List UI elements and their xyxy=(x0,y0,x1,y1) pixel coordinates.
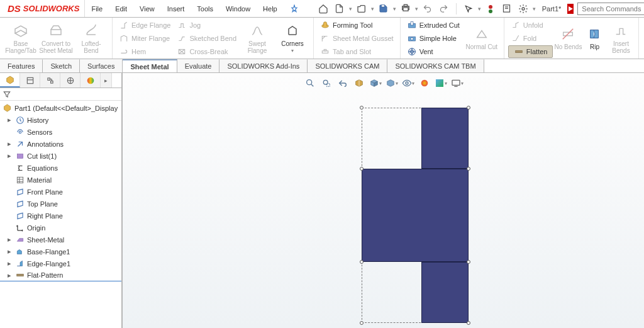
corners-button[interactable]: Corners ▾ xyxy=(275,18,309,59)
undo-button[interactable] xyxy=(421,2,435,16)
home-button[interactable] xyxy=(316,2,330,16)
tree-item[interactable]: Origin xyxy=(0,222,121,234)
select-button[interactable] xyxy=(462,2,475,16)
tree-item[interactable]: ▸Base-Flange1 xyxy=(0,246,121,257)
open-dropdown-icon[interactable]: ▾ xyxy=(371,6,374,12)
tree-item[interactable]: ▸Sheet-Metal xyxy=(0,234,121,246)
face-bottom[interactable] xyxy=(421,262,469,323)
panel-tab-display-manager[interactable] xyxy=(80,73,101,88)
tab-sketch[interactable]: Sketch xyxy=(43,59,80,72)
expand-icon[interactable]: ▸ xyxy=(6,237,13,243)
jog-button[interactable]: Jog xyxy=(174,19,239,31)
filter-icon[interactable] xyxy=(3,90,11,99)
menu-edit[interactable]: Edit xyxy=(109,0,133,17)
tab-and-slot-button[interactable]: Tab and Slot xyxy=(318,45,396,58)
menu-help[interactable]: Help xyxy=(257,0,284,17)
menu-insert[interactable]: Insert xyxy=(161,0,191,17)
tab-surfaces[interactable]: Surfaces xyxy=(80,59,123,72)
rip-button[interactable]: Rip xyxy=(583,18,606,59)
base-flange-button[interactable]: Base Flange/Tab xyxy=(4,18,38,59)
flatten-button[interactable]: Flatten xyxy=(508,45,553,58)
simple-hole-button[interactable]: Simple Hole xyxy=(404,32,462,45)
zoom-to-fit-button[interactable] xyxy=(303,77,317,89)
panel-tab-feature-tree[interactable] xyxy=(0,73,20,88)
tab-sheet-metal[interactable]: Sheet Metal xyxy=(123,59,177,72)
miter-flange-button[interactable]: Miter Flange xyxy=(116,32,173,45)
edge-flange-button[interactable]: Edge Flange xyxy=(116,19,173,31)
tree-root[interactable]: Part1 (Default<<Default>_Display State 1… xyxy=(0,102,121,114)
handle[interactable] xyxy=(360,321,364,325)
print-dropdown-icon[interactable]: ▾ xyxy=(415,6,418,12)
insert-bends-button[interactable]: Insert Bends xyxy=(607,18,635,59)
menu-file[interactable]: File xyxy=(85,0,109,17)
handle[interactable] xyxy=(467,260,470,264)
view-orientation-button[interactable]: ▾ xyxy=(369,77,382,89)
display-style-button[interactable]: ▾ xyxy=(385,77,399,89)
extruded-cut-button[interactable]: Extruded Cut xyxy=(404,19,462,31)
screencast-icon[interactable] xyxy=(567,4,574,14)
tab-solidworks-cam[interactable]: SOLIDWORKS CAM xyxy=(308,59,387,72)
file-properties-button[interactable] xyxy=(500,2,514,16)
sheet-metal-gusset-button[interactable]: Sheet Metal Gusset xyxy=(318,32,396,45)
cross-break-button[interactable]: Cross-Break xyxy=(174,45,239,58)
handle[interactable] xyxy=(360,106,364,110)
expand-icon[interactable]: ▸ xyxy=(6,153,13,159)
tab-features[interactable]: Features xyxy=(0,59,43,72)
graphics-area[interactable]: ▾ ▾ ▾ ▾ ▾ xyxy=(123,73,644,328)
handle[interactable] xyxy=(467,167,470,171)
expand-icon[interactable]: ▸ xyxy=(6,117,13,123)
tree-item[interactable]: Equations xyxy=(0,162,121,174)
search-box[interactable]: ▾ xyxy=(577,3,644,15)
hide-show-items-button[interactable]: ▾ xyxy=(401,77,415,89)
view-settings-button[interactable]: ▾ xyxy=(450,77,464,89)
tree-item[interactable]: ▸Edge-Flange1 xyxy=(0,257,121,269)
tab-solidworks-cam-tbm[interactable]: SOLIDWORKS CAM TBM xyxy=(387,59,484,72)
face-top[interactable] xyxy=(421,108,469,169)
handle[interactable] xyxy=(467,106,470,110)
menu-window[interactable]: Window xyxy=(219,0,257,17)
vent-button[interactable]: Vent xyxy=(404,45,462,58)
previous-view-button[interactable] xyxy=(336,77,350,89)
apply-scene-button[interactable]: ▾ xyxy=(434,77,448,89)
swept-flange-button[interactable]: Swept Flange xyxy=(240,18,274,59)
tree-item[interactable]: Material xyxy=(0,174,121,186)
search-input[interactable] xyxy=(580,4,644,13)
panel-tab-dimxpert-manager[interactable] xyxy=(60,73,80,88)
redo-button[interactable] xyxy=(437,2,451,16)
tree-item[interactable]: ▸Flat-Pattern xyxy=(0,269,121,281)
panel-tab-configuration-manager[interactable] xyxy=(40,73,60,88)
unfold-button[interactable]: Unfold xyxy=(508,19,553,31)
options-button[interactable] xyxy=(516,2,530,16)
open-button[interactable] xyxy=(355,2,369,16)
print-button[interactable] xyxy=(399,2,413,16)
expand-icon[interactable]: ▸ xyxy=(6,261,13,267)
tree-item[interactable]: Top Plane xyxy=(0,198,121,210)
save-dropdown-icon[interactable]: ▾ xyxy=(393,6,396,12)
hem-button[interactable]: Hem xyxy=(116,45,173,58)
panel-tab-more[interactable]: ▸ xyxy=(101,73,112,88)
no-bends-button[interactable]: No Bends xyxy=(554,18,582,59)
sketched-bend-button[interactable]: Sketched Bend xyxy=(174,32,239,45)
select-dropdown-icon[interactable]: ▾ xyxy=(478,6,481,12)
menu-view[interactable]: View xyxy=(133,0,161,17)
menu-tools[interactable]: Tools xyxy=(191,0,219,17)
expand-icon[interactable]: ▸ xyxy=(6,272,13,278)
tree-item[interactable]: Front Plane xyxy=(0,186,121,198)
fold-button[interactable]: Fold xyxy=(508,32,553,45)
new-dropdown-icon[interactable]: ▾ xyxy=(349,6,352,12)
tab-solidworks-add-ins[interactable]: SOLIDWORKS Add-Ins xyxy=(219,59,308,72)
panel-tab-property-manager[interactable] xyxy=(20,73,40,88)
menu-pin[interactable] xyxy=(284,0,305,17)
expand-icon[interactable]: ▸ xyxy=(6,141,13,147)
save-button[interactable] xyxy=(377,2,391,16)
handle[interactable] xyxy=(360,260,364,264)
rebuild-button[interactable] xyxy=(484,2,497,16)
section-view-button[interactable] xyxy=(352,77,366,89)
forming-tool-button[interactable]: Forming Tool xyxy=(318,19,396,31)
tree-item[interactable]: ▸Cut list(1) xyxy=(0,150,121,162)
handle[interactable] xyxy=(467,321,470,325)
handle[interactable] xyxy=(360,167,364,171)
edit-appearance-button[interactable] xyxy=(418,77,431,89)
face-middle[interactable] xyxy=(362,169,469,262)
lofted-bend-button[interactable]: Lofted-Bend xyxy=(74,18,108,59)
